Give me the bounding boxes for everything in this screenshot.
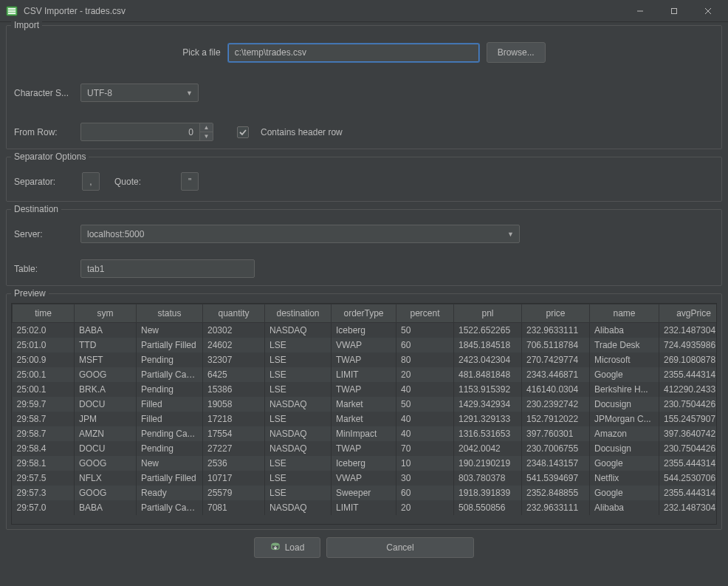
table-cell: Netflix: [590, 471, 659, 486]
from-row-input[interactable]: [80, 123, 213, 141]
table-row[interactable]: 29:58.1GOOGNew2536LSEIceberg10190.219021…: [13, 456, 717, 471]
table-cell: LSE: [265, 367, 332, 382]
table-cell: 50: [396, 397, 454, 412]
table-row[interactable]: 29:58.4DOCUPending27227NASDAQTWAP702042.…: [13, 441, 717, 456]
svg-rect-2: [8, 10, 16, 12]
header-row-checkbox[interactable]: [237, 126, 249, 138]
table-row[interactable]: 29:57.0BABAPartially Can...7081NASDAQLIM…: [13, 500, 717, 515]
table-label: Table:: [14, 264, 73, 274]
table-row[interactable]: 25:00.1BRK.APending15386LSETWAP401153.91…: [13, 382, 717, 397]
table-row[interactable]: 25:00.1GOOGPartially Can...6425LSELIMIT2…: [13, 367, 717, 382]
table-cell: JPM: [75, 412, 137, 426]
table-cell: 155.2457907: [659, 412, 717, 426]
from-row-label: From Row:: [14, 127, 73, 137]
table-cell: 19058: [203, 397, 265, 412]
table-row[interactable]: 25:00.9MSFTPending32307LSETWAP802423.042…: [13, 352, 717, 367]
table-cell: 20: [396, 500, 454, 515]
table-cell: 25:00.1: [13, 367, 75, 382]
table-cell: VWAP: [332, 338, 396, 352]
table-cell: 40: [396, 412, 454, 426]
table-cell: 29:58.7: [13, 412, 75, 426]
table-cell: 20: [396, 367, 454, 382]
minimize-button[interactable]: [623, 0, 657, 22]
column-header[interactable]: time: [13, 304, 75, 323]
column-header[interactable]: avgPrice: [659, 304, 717, 323]
table-cell: 7081: [203, 500, 265, 515]
table-cell: Pending: [137, 352, 203, 367]
table-row[interactable]: 25:02.0BABANew20302NASDAQIceberg501522.6…: [13, 323, 717, 338]
separator-input[interactable]: [82, 172, 100, 191]
table-cell: 10717: [203, 471, 265, 486]
table-cell: Ready: [137, 486, 203, 500]
cancel-button[interactable]: Cancel: [326, 537, 474, 558]
column-header[interactable]: sym: [75, 304, 137, 323]
table-cell: 190.2190219: [454, 456, 522, 471]
maximize-button[interactable]: [657, 0, 691, 22]
table-row[interactable]: 25:01.0TTDPartially Filled24602LSEVWAP60…: [13, 338, 717, 352]
table-cell: NASDAQ: [265, 441, 332, 456]
quote-input[interactable]: [181, 172, 199, 191]
table-row[interactable]: 29:57.5NFLXPartially Filled10717LSEVWAP3…: [13, 471, 717, 486]
table-cell: LSE: [265, 338, 332, 352]
table-cell: 230.2392742: [522, 397, 590, 412]
svg-rect-1: [8, 8, 16, 10]
table-cell: Filled: [137, 412, 203, 426]
preview-table-scroll[interactable]: timesymstatusquantitydestinationorderTyp…: [12, 304, 716, 524]
table-cell: Partially Filled: [137, 471, 203, 486]
table-cell: 270.7429774: [522, 352, 590, 367]
database-load-icon: [270, 542, 281, 554]
spinner-down-button[interactable]: ▼: [200, 132, 213, 140]
table-row[interactable]: 29:58.7AMZNPending Ca...17554NASDAQMinIm…: [13, 426, 717, 441]
charset-select[interactable]: UTF-8: [80, 84, 199, 102]
table-cell: 412290.2433: [659, 382, 717, 397]
column-header[interactable]: status: [137, 304, 203, 323]
table-cell: 1291.329133: [454, 412, 522, 426]
table-cell: 29:58.4: [13, 441, 75, 456]
column-header[interactable]: destination: [265, 304, 332, 323]
column-header[interactable]: price: [522, 304, 590, 323]
pick-file-label: Pick a file: [182, 47, 220, 58]
table-cell: 724.4935986: [659, 338, 717, 352]
table-cell: 397.760301: [522, 426, 590, 441]
table-cell: 29:57.3: [13, 486, 75, 500]
table-cell: BABA: [75, 323, 137, 338]
close-button[interactable]: [691, 0, 725, 22]
table-cell: 29:57.5: [13, 471, 75, 486]
table-cell: Sweeper: [332, 486, 396, 500]
column-header[interactable]: name: [590, 304, 659, 323]
table-cell: BRK.A: [75, 382, 137, 397]
table-cell: LSE: [265, 471, 332, 486]
table-cell: GOOG: [75, 367, 137, 382]
table-name-input[interactable]: [80, 259, 255, 278]
column-header[interactable]: pnl: [454, 304, 522, 323]
table-cell: 508.550856: [454, 500, 522, 515]
table-cell: 24602: [203, 338, 265, 352]
column-header[interactable]: orderType: [332, 304, 396, 323]
spinner-up-button[interactable]: ▲: [200, 123, 213, 132]
table-cell: 30: [396, 471, 454, 486]
table-cell: 152.7912022: [522, 412, 590, 426]
load-button[interactable]: Load: [254, 537, 320, 558]
table-row[interactable]: 29:59.7DOCUFilled19058NASDAQMarket501429…: [13, 397, 717, 412]
table-cell: Partially Can...: [137, 367, 203, 382]
table-cell: 2042.0042: [454, 441, 522, 456]
browse-button[interactable]: Browse...: [487, 42, 546, 63]
separator-label: Separator:: [14, 177, 73, 187]
table-cell: 29:58.7: [13, 426, 75, 441]
preview-legend: Preview: [11, 288, 49, 299]
quote-label: Quote:: [114, 177, 141, 187]
table-cell: 17218: [203, 412, 265, 426]
table-cell: 2355.444314: [659, 456, 717, 471]
server-select[interactable]: localhost:5000: [80, 225, 520, 243]
table-row[interactable]: 29:57.3GOOGReady25579LSESweeper601918.39…: [13, 486, 717, 500]
table-cell: 25:00.9: [13, 352, 75, 367]
table-cell: Iceberg: [332, 456, 396, 471]
column-header[interactable]: quantity: [203, 304, 265, 323]
app-icon: [6, 5, 18, 17]
table-row[interactable]: 29:58.7JPMFilled17218LSEMarket401291.329…: [13, 412, 717, 426]
table-cell: MSFT: [75, 352, 137, 367]
file-path-input[interactable]: [228, 44, 479, 62]
column-header[interactable]: percent: [396, 304, 454, 323]
table-cell: 2352.848855: [522, 486, 590, 500]
table-cell: 25:00.1: [13, 382, 75, 397]
